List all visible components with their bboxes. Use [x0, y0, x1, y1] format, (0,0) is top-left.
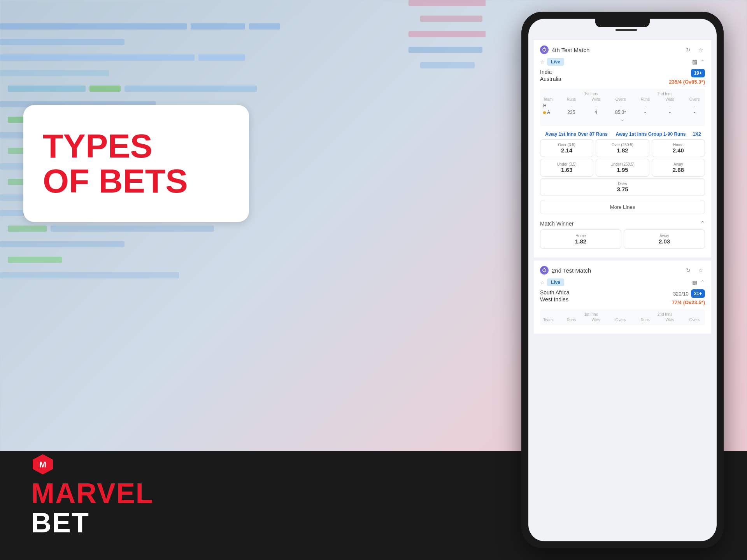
scorecard: 1st Inns 2nd Inns Team Runs Wkts Overs R… [540, 89, 705, 126]
match2-teams: South Africa West Indies [540, 289, 570, 303]
col-runs2: Runs [638, 97, 652, 102]
row-a-r2: - [638, 110, 652, 115]
row-h-r1: - [564, 103, 579, 108]
logo-bet-text: BET [31, 509, 154, 537]
col1-label: Away 1st Inns Over 87 Runs [540, 131, 613, 137]
types-of-bets-card: TYPES OF BETS [23, 105, 249, 222]
live-badge: Live [547, 58, 564, 66]
team-sa-name: South Africa [540, 289, 570, 296]
match2-teams-row: South Africa West Indies 320/10 21+ 77/4… [540, 289, 705, 305]
more-lines-button[interactable]: More Lines [540, 200, 705, 214]
col-runs1-2: Runs [564, 318, 579, 322]
under-3-5-btn[interactable]: Under (3.5) 1.63 [540, 159, 593, 177]
col-overs2: Overs [687, 97, 702, 102]
match1-icons-right: ↻ ☆ [684, 46, 705, 54]
score-live-2: 77/4 (Ov23.5*) [672, 299, 705, 305]
match1-card: 4th Test Match ↻ ☆ ☆ Live ▩ [534, 40, 711, 257]
row-h-o1: - [613, 103, 628, 108]
phone-screen: 4th Test Match ↻ ☆ ☆ Live ▩ [528, 19, 717, 541]
star-icon-3[interactable]: ☆ [540, 280, 545, 285]
home-2-40-btn[interactable]: Home 2.40 [652, 139, 705, 157]
match-winner-section: Match Winner ⌃ [540, 217, 705, 229]
row-h-w2: - [663, 103, 677, 108]
phone-notch [595, 19, 650, 27]
match-winner-title: Match Winner [540, 220, 573, 227]
score-sa: 320/10 [673, 291, 689, 297]
mw-away-label: Away [626, 234, 703, 238]
over2-value: 1.82 [598, 147, 647, 154]
refresh-icon-2[interactable]: ↻ [684, 266, 693, 275]
match2-title-row: 2nd Test Match [540, 266, 591, 275]
match1-title-row: 4th Test Match [540, 46, 589, 54]
phone-body: 4th Test Match ↻ ☆ ☆ Live ▩ [521, 12, 724, 548]
bet-buttons-row-1: Over (3.5) 2.14 Over (250.5) 1.82 Home 2… [540, 139, 705, 157]
col-wkts1-2: Wkts [589, 318, 603, 322]
svg-point-4 [544, 47, 545, 49]
types-title: TYPES OF BETS [43, 128, 230, 199]
home-label: Home [654, 143, 703, 147]
home-value: 2.40 [654, 147, 703, 154]
inns1-label: 1st Inns [554, 92, 628, 96]
under2-label: Under (250.5) [598, 162, 647, 166]
col-wkts2-2: Wkts [663, 318, 677, 322]
row-h-o2: - [687, 103, 702, 108]
score-badge: 19+ [691, 69, 705, 77]
match2-header: 2nd Test Match ↻ ☆ [540, 266, 705, 275]
row-a-o2: - [687, 110, 702, 115]
svg-point-7 [544, 268, 545, 269]
svg-text:M: M [39, 460, 46, 469]
star-icon-2[interactable]: ☆ [540, 59, 545, 65]
chevron-down-icon[interactable]: ⌄ [543, 115, 702, 123]
team-wi-name: West Indies [540, 296, 570, 303]
scorecard-2: 1st Inns 2nd Inns Team Runs Wkts Overs R… [540, 309, 705, 325]
under-value: 1.63 [542, 166, 591, 173]
bet-buttons-row-2: Under (3.5) 1.63 Under (250.5) 1.95 Away… [540, 159, 705, 177]
collapse-winner-btn[interactable]: ⌃ [700, 220, 705, 227]
mw-away-btn[interactable]: Away 2.03 [624, 229, 705, 249]
live-badge-2: Live [547, 278, 564, 286]
draw-label: Draw [542, 182, 703, 186]
col-runs2-2: Runs [638, 318, 652, 322]
bet-section-header: Away 1st Inns Over 87 Runs Away 1st Inns… [540, 131, 705, 137]
match1-header: 4th Test Match ↻ ☆ [540, 46, 705, 54]
inns2-label: 2nd Inns [628, 92, 702, 96]
row-h-w1: - [589, 103, 603, 108]
row-a-r1: 235 [564, 110, 579, 115]
col-wkts2: Wkts [663, 97, 677, 102]
collapse-icon[interactable]: ⌃ [700, 59, 705, 65]
draw-value: 3.75 [542, 186, 703, 192]
over-3-5-btn[interactable]: Over (3.5) 2.14 [540, 139, 593, 157]
star-icon[interactable]: ☆ [696, 46, 705, 54]
score-badge-2: 21+ [691, 289, 705, 298]
match2-title-text: 2nd Test Match [552, 267, 591, 274]
over-250-5-btn[interactable]: Over (250.5) 1.82 [596, 139, 649, 157]
mw-away-value: 2.03 [626, 238, 703, 245]
match1-teams-row: India Australia 19+ 235/4 (Ov85.3*) [540, 69, 705, 85]
match1-teams: India Australia [540, 69, 561, 82]
x12-badge: 1X2 [689, 131, 705, 137]
over-value: 2.14 [542, 147, 591, 154]
mw-home-btn[interactable]: Home 1.82 [540, 229, 621, 249]
mw-home-label: Home [542, 234, 619, 238]
inns2-label-2: 2nd Inns [628, 312, 702, 317]
logo-icon: M [31, 453, 154, 476]
away-btn[interactable]: Away 2.68 [652, 159, 705, 177]
row-a-o1: 85.3* [613, 110, 628, 115]
draw-btn[interactable]: Draw 3.75 [540, 178, 705, 196]
refresh-icon[interactable]: ↻ [684, 46, 693, 54]
live-badge-row: ☆ Live ▩ ⌃ [540, 58, 705, 66]
star-icon-m2[interactable]: ☆ [696, 266, 705, 275]
col-overs1: Overs [613, 97, 628, 102]
under-250-5-btn[interactable]: Under (250.5) 1.95 [596, 159, 649, 177]
dot-indicator [543, 111, 546, 114]
collapse-icon-2[interactable]: ⌃ [700, 279, 705, 285]
col-team: Team [543, 97, 554, 102]
row-h-r2: - [638, 103, 652, 108]
bar-chart-icon-2: ▩ [692, 279, 697, 285]
row-a-w2: - [663, 110, 677, 115]
col-overs2-2: Overs [687, 318, 702, 322]
match2-card: 2nd Test Match ↻ ☆ ☆ Live ▩ [534, 261, 711, 334]
row-a-team: A [543, 110, 554, 115]
col-team-2: Team [543, 318, 554, 322]
away-label: Away [654, 162, 703, 166]
